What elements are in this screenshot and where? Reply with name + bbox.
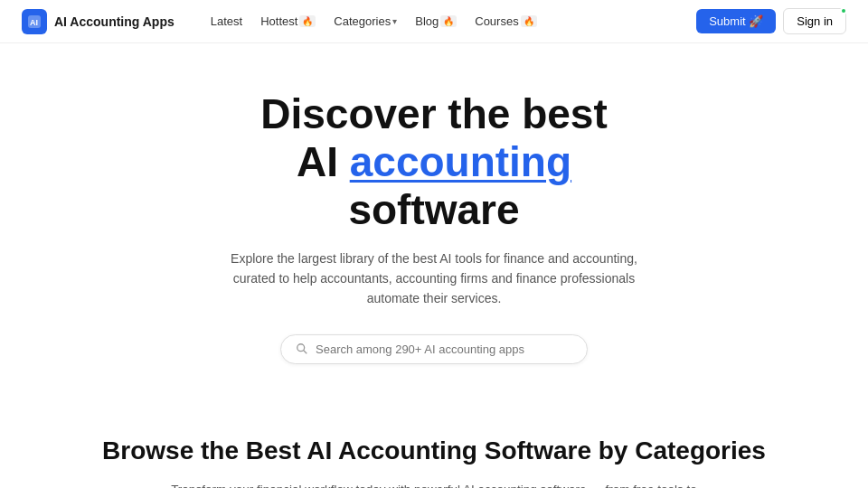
hero-subtitle: Explore the largest library of the best … — [217, 249, 651, 309]
search-icon — [296, 343, 308, 355]
hero-section: Discover the best AI accounting software… — [0, 43, 868, 400]
search-input[interactable] — [316, 343, 572, 356]
hero-search-box — [280, 334, 588, 364]
svg-line-3 — [304, 351, 307, 354]
courses-badge: 🔥 — [521, 15, 537, 27]
signin-button[interactable]: Sign in — [783, 8, 846, 34]
nav-right: Submit 🚀 Sign in — [696, 8, 846, 34]
hero-title: Discover the best AI accounting software — [22, 90, 846, 234]
svg-text:AI: AI — [30, 18, 38, 27]
hottest-badge: 🔥 — [299, 15, 316, 27]
nav-hottest[interactable]: Hottest🔥 — [253, 11, 323, 32]
logo-icon: AI — [22, 9, 47, 34]
svg-point-2 — [297, 344, 305, 352]
submit-button[interactable]: Submit 🚀 — [696, 9, 776, 33]
categories-chevron: ▾ — [392, 16, 397, 26]
online-dot — [840, 7, 847, 14]
nav-categories[interactable]: Categories▾ — [326, 11, 404, 32]
nav-links: Latest Hottest🔥 Categories▾ Blog🔥 Course… — [203, 11, 696, 32]
navbar: AI AI Accounting Apps Latest Hottest🔥 Ca… — [0, 0, 868, 43]
site-name: AI Accounting Apps — [54, 14, 175, 29]
categories-section: Browse the Best AI Accounting Software b… — [0, 400, 868, 488]
nav-blog[interactable]: Blog🔥 — [408, 11, 464, 32]
nav-latest[interactable]: Latest — [203, 11, 250, 32]
nav-courses[interactable]: Courses🔥 — [467, 11, 543, 32]
categories-desc: Transform your financial workflow today … — [163, 480, 705, 488]
site-logo[interactable]: AI AI Accounting Apps — [22, 9, 175, 34]
categories-title: Browse the Best AI Accounting Software b… — [22, 436, 846, 465]
logo-svg: AI — [27, 14, 42, 29]
blog-badge: 🔥 — [440, 15, 457, 27]
hero-search-wrap — [280, 334, 588, 364]
